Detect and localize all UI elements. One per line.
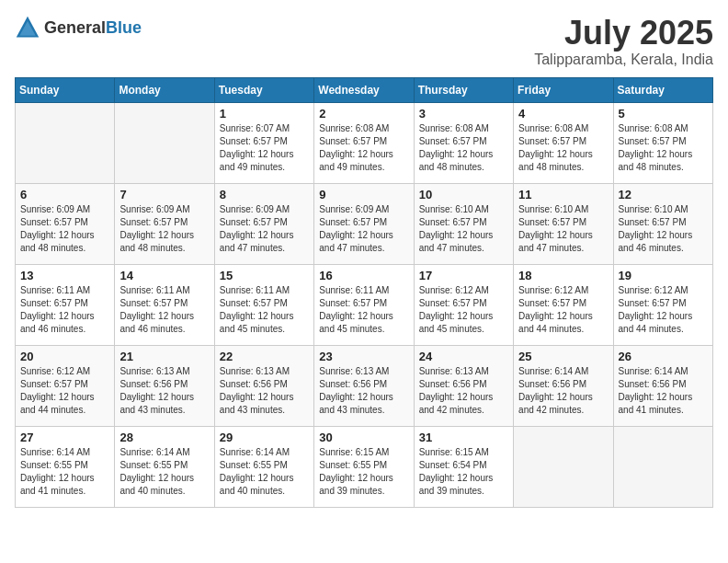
day-number: 9 (319, 188, 408, 201)
day-number: 20 (20, 350, 109, 363)
day-number: 30 (319, 431, 408, 444)
cell-info: Sunrise: 6:09 AM Sunset: 6:57 PM Dayligh… (119, 203, 209, 255)
calendar-cell: 24Sunrise: 6:13 AM Sunset: 6:56 PM Dayli… (414, 345, 513, 426)
calendar-cell: 4Sunrise: 6:08 AM Sunset: 6:57 PM Daylig… (514, 102, 613, 183)
day-number: 28 (119, 431, 209, 444)
cell-info: Sunrise: 6:08 AM Sunset: 6:57 PM Dayligh… (419, 122, 508, 174)
cell-info: Sunrise: 6:14 AM Sunset: 6:55 PM Dayligh… (119, 446, 209, 498)
day-number: 3 (419, 107, 508, 121)
header-day: Wednesday (314, 77, 414, 102)
title-block: July 2025 Talipparamba, Kerala, India (534, 15, 713, 68)
cell-info: Sunrise: 6:12 AM Sunset: 6:57 PM Dayligh… (20, 365, 109, 417)
day-number: 26 (619, 350, 708, 363)
page-header: GeneralBlue July 2025 Talipparamba, Kera… (15, 15, 713, 68)
calendar-cell: 19Sunrise: 6:12 AM Sunset: 6:57 PM Dayli… (613, 264, 712, 345)
cell-info: Sunrise: 6:14 AM Sunset: 6:56 PM Dayligh… (619, 365, 708, 417)
calendar-cell: 1Sunrise: 6:07 AM Sunset: 6:57 PM Daylig… (214, 102, 313, 183)
day-number: 23 (319, 350, 408, 363)
day-number: 27 (20, 431, 109, 444)
cell-info: Sunrise: 6:12 AM Sunset: 6:57 PM Dayligh… (518, 284, 608, 336)
cell-info: Sunrise: 6:08 AM Sunset: 6:57 PM Dayligh… (619, 122, 708, 174)
cell-info: Sunrise: 6:12 AM Sunset: 6:57 PM Dayligh… (419, 284, 508, 336)
cell-info: Sunrise: 6:11 AM Sunset: 6:57 PM Dayligh… (319, 284, 408, 336)
day-number: 13 (20, 269, 109, 282)
calendar-cell: 20Sunrise: 6:12 AM Sunset: 6:57 PM Dayli… (16, 345, 115, 426)
day-number: 12 (619, 188, 708, 201)
day-number: 7 (119, 188, 209, 201)
cell-info: Sunrise: 6:11 AM Sunset: 6:57 PM Dayligh… (220, 284, 309, 336)
cell-info: Sunrise: 6:13 AM Sunset: 6:56 PM Dayligh… (119, 365, 209, 417)
day-number: 22 (220, 350, 309, 363)
calendar-cell: 27Sunrise: 6:14 AM Sunset: 6:55 PM Dayli… (16, 426, 115, 507)
header-day: Sunday (16, 77, 115, 102)
cell-info: Sunrise: 6:14 AM Sunset: 6:55 PM Dayligh… (220, 446, 309, 498)
calendar-cell: 11Sunrise: 6:10 AM Sunset: 6:57 PM Dayli… (514, 183, 613, 264)
header-day: Saturday (613, 77, 712, 102)
cell-info: Sunrise: 6:14 AM Sunset: 6:55 PM Dayligh… (20, 446, 109, 498)
calendar-cell: 8Sunrise: 6:09 AM Sunset: 6:57 PM Daylig… (214, 183, 313, 264)
calendar-cell: 30Sunrise: 6:15 AM Sunset: 6:55 PM Dayli… (314, 426, 414, 507)
calendar-cell (613, 426, 712, 507)
calendar-cell: 15Sunrise: 6:11 AM Sunset: 6:57 PM Dayli… (214, 264, 313, 345)
calendar-cell: 10Sunrise: 6:10 AM Sunset: 6:57 PM Dayli… (414, 183, 513, 264)
day-number: 1 (220, 107, 309, 121)
cell-info: Sunrise: 6:10 AM Sunset: 6:57 PM Dayligh… (518, 203, 608, 255)
day-number: 31 (419, 431, 508, 444)
calendar-week-row: 1Sunrise: 6:07 AM Sunset: 6:57 PM Daylig… (16, 102, 713, 183)
calendar-cell: 17Sunrise: 6:12 AM Sunset: 6:57 PM Dayli… (414, 264, 513, 345)
day-number: 10 (419, 188, 508, 201)
day-number: 15 (220, 269, 309, 282)
cell-info: Sunrise: 6:15 AM Sunset: 6:54 PM Dayligh… (419, 446, 508, 498)
calendar-cell: 13Sunrise: 6:11 AM Sunset: 6:57 PM Dayli… (16, 264, 115, 345)
day-number: 16 (319, 269, 408, 282)
calendar-cell (16, 102, 115, 183)
day-number: 29 (220, 431, 309, 444)
day-number: 6 (20, 188, 109, 201)
header-day: Monday (115, 77, 214, 102)
month-year: July 2025 (534, 15, 713, 52)
calendar-cell: 2Sunrise: 6:08 AM Sunset: 6:57 PM Daylig… (314, 102, 414, 183)
day-number: 21 (119, 350, 209, 363)
calendar-cell: 16Sunrise: 6:11 AM Sunset: 6:57 PM Dayli… (314, 264, 414, 345)
cell-info: Sunrise: 6:12 AM Sunset: 6:57 PM Dayligh… (619, 284, 708, 336)
cell-info: Sunrise: 6:15 AM Sunset: 6:55 PM Dayligh… (319, 446, 408, 498)
logo: GeneralBlue (15, 15, 142, 40)
cell-info: Sunrise: 6:14 AM Sunset: 6:56 PM Dayligh… (518, 365, 608, 417)
header-day: Thursday (414, 77, 513, 102)
calendar-cell: 31Sunrise: 6:15 AM Sunset: 6:54 PM Dayli… (414, 426, 513, 507)
calendar-header: SundayMondayTuesdayWednesdayThursdayFrid… (16, 77, 713, 102)
header-day: Tuesday (214, 77, 313, 102)
header-day: Friday (514, 77, 613, 102)
calendar-week-row: 13Sunrise: 6:11 AM Sunset: 6:57 PM Dayli… (16, 264, 713, 345)
calendar-cell (115, 102, 214, 183)
day-number: 5 (619, 107, 708, 121)
cell-info: Sunrise: 6:10 AM Sunset: 6:57 PM Dayligh… (619, 203, 708, 255)
calendar-cell: 14Sunrise: 6:11 AM Sunset: 6:57 PM Dayli… (115, 264, 214, 345)
cell-info: Sunrise: 6:07 AM Sunset: 6:57 PM Dayligh… (220, 122, 309, 174)
calendar-cell: 12Sunrise: 6:10 AM Sunset: 6:57 PM Dayli… (613, 183, 712, 264)
calendar-week-row: 27Sunrise: 6:14 AM Sunset: 6:55 PM Dayli… (16, 426, 713, 507)
day-number: 18 (518, 269, 608, 282)
logo-text-general: General (44, 18, 106, 37)
calendar-cell: 3Sunrise: 6:08 AM Sunset: 6:57 PM Daylig… (414, 102, 513, 183)
calendar-cell: 22Sunrise: 6:13 AM Sunset: 6:56 PM Dayli… (214, 345, 313, 426)
calendar-cell: 25Sunrise: 6:14 AM Sunset: 6:56 PM Dayli… (514, 345, 613, 426)
cell-info: Sunrise: 6:13 AM Sunset: 6:56 PM Dayligh… (220, 365, 309, 417)
day-number: 24 (419, 350, 508, 363)
header-row: SundayMondayTuesdayWednesdayThursdayFrid… (16, 77, 713, 102)
day-number: 2 (319, 107, 408, 121)
logo-text-blue: Blue (106, 18, 142, 37)
calendar-cell: 6Sunrise: 6:09 AM Sunset: 6:57 PM Daylig… (16, 183, 115, 264)
day-number: 8 (220, 188, 309, 201)
day-number: 25 (518, 350, 608, 363)
cell-info: Sunrise: 6:08 AM Sunset: 6:57 PM Dayligh… (518, 122, 608, 174)
calendar-cell: 26Sunrise: 6:14 AM Sunset: 6:56 PM Dayli… (613, 345, 712, 426)
day-number: 11 (518, 188, 608, 201)
calendar-cell: 21Sunrise: 6:13 AM Sunset: 6:56 PM Dayli… (115, 345, 214, 426)
logo-icon (15, 15, 40, 40)
calendar-cell (514, 426, 613, 507)
calendar-cell: 23Sunrise: 6:13 AM Sunset: 6:56 PM Dayli… (314, 345, 414, 426)
calendar-cell: 7Sunrise: 6:09 AM Sunset: 6:57 PM Daylig… (115, 183, 214, 264)
cell-info: Sunrise: 6:11 AM Sunset: 6:57 PM Dayligh… (119, 284, 209, 336)
calendar-week-row: 6Sunrise: 6:09 AM Sunset: 6:57 PM Daylig… (16, 183, 713, 264)
